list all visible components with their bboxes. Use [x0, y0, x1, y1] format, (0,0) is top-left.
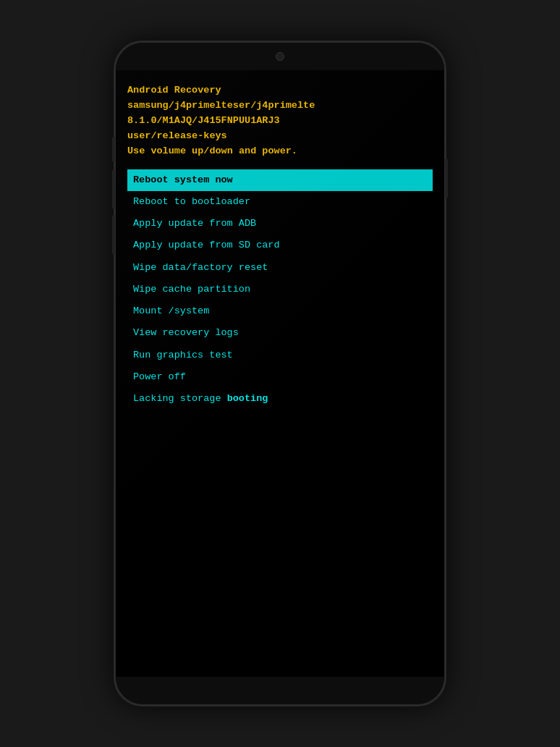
menu-item-label: Power off: [133, 371, 186, 382]
menu-item-reboot-system[interactable]: Reboot system now: [127, 169, 433, 191]
recovery-menu: Reboot system now Reboot to bootloader A…: [127, 169, 433, 668]
menu-item-label: Reboot to bootloader: [133, 196, 250, 207]
menu-item-apply-adb[interactable]: Apply update from ADB: [127, 213, 433, 235]
phone-bottom-bar: [116, 677, 444, 704]
menu-item-label: Wipe cache partition: [133, 284, 250, 295]
menu-item-power-off[interactable]: Power off: [127, 366, 433, 388]
menu-item-view-logs[interactable]: View recovery logs: [127, 322, 433, 344]
header-line-2: samsung/j4primelteser/j4primelte: [127, 98, 433, 114]
phone-screen: Android Recovery samsung/j4primelteser/j…: [116, 70, 444, 677]
menu-item-mount-system[interactable]: Mount /system: [127, 300, 433, 322]
header-line-3: 8.1.0/M1AJQ/J415FNPUU1ARJ3: [127, 114, 433, 129]
menu-item-lacking-storage[interactable]: Lacking storage booting: [127, 388, 433, 410]
menu-item-label: Reboot system now: [133, 174, 233, 185]
header-line-5: Use volume up/down and power.: [127, 144, 433, 159]
screen-content: Android Recovery samsung/j4primelteser/j…: [116, 70, 444, 677]
menu-item-label: Mount /system: [133, 305, 209, 316]
volume-up-button[interactable]: [112, 137, 115, 162]
volume-down-button[interactable]: [112, 169, 115, 209]
menu-item-wipe-cache[interactable]: Wipe cache partition: [127, 279, 433, 300]
header-line-1: Android Recovery: [127, 83, 433, 98]
menu-item-label-bold: booting: [227, 393, 268, 404]
phone-top-bar: [116, 43, 444, 70]
header-line-4: user/release-keys: [127, 129, 433, 144]
bixby-button[interactable]: [112, 215, 115, 255]
menu-item-label: Wipe data/factory reset: [133, 262, 268, 273]
menu-item-label: View recovery logs: [133, 327, 239, 338]
menu-item-run-graphics[interactable]: Run graphics test: [127, 345, 433, 366]
menu-item-label: Apply update from ADB: [133, 218, 256, 229]
menu-item-label-prefix: Lacking storage: [133, 393, 227, 404]
front-camera: [276, 52, 284, 61]
menu-item-apply-sd[interactable]: Apply update from SD card: [127, 235, 433, 256]
menu-item-label: Apply update from SD card: [133, 240, 280, 250]
menu-item-label: Run graphics test: [133, 350, 233, 360]
menu-item-reboot-bootloader[interactable]: Reboot to bootloader: [127, 191, 433, 213]
phone-device: Android Recovery samsung/j4primelteser/j…: [114, 41, 446, 706]
power-button[interactable]: [445, 159, 448, 198]
menu-item-wipe-data[interactable]: Wipe data/factory reset: [127, 257, 433, 279]
recovery-header: Android Recovery samsung/j4primelteser/j…: [127, 83, 433, 159]
